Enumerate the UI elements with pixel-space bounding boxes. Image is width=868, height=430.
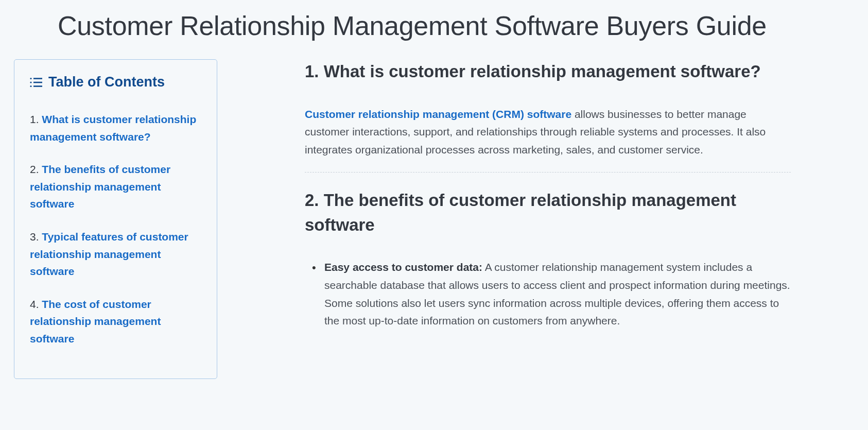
toc-item-number: 4. <box>30 298 39 310</box>
crm-software-link[interactable]: Customer relationship management (CRM) s… <box>305 108 571 120</box>
toc-item-number: 1. <box>30 113 39 125</box>
toc-item-number: 2. <box>30 163 39 175</box>
toc-title: Table of Contents <box>48 74 165 90</box>
toc-item-3: 3. Typical features of customer relation… <box>30 228 201 280</box>
section-2: 2. The benefits of customer relationship… <box>305 188 791 330</box>
toc-header: Table of Contents <box>30 74 201 90</box>
section-divider <box>305 172 791 173</box>
svg-rect-5 <box>33 85 42 87</box>
main-content: 1. What is customer relationship managem… <box>217 59 827 379</box>
list-icon <box>30 77 42 88</box>
benefit-1-label: Easy access to customer data: <box>324 261 482 273</box>
content-wrapper: Table of Contents 1. What is customer re… <box>0 59 868 379</box>
toc-list: 1. What is customer relationship managem… <box>30 111 201 348</box>
svg-rect-1 <box>33 78 42 79</box>
page-title: Customer Relationship Management Softwar… <box>0 0 868 59</box>
section-1-text: Customer relationship management (CRM) s… <box>305 106 791 159</box>
section-1-heading: 1. What is customer relationship managem… <box>305 59 791 84</box>
svg-point-0 <box>30 77 31 79</box>
toc-link-2[interactable]: The benefits of customer relationship ma… <box>30 163 170 210</box>
benefits-list: Easy access to customer data: A customer… <box>305 259 791 330</box>
toc-link-4[interactable]: The cost of customer relationship manage… <box>30 298 161 345</box>
toc-item-2: 2. The benefits of customer relationship… <box>30 161 201 213</box>
toc-link-1[interactable]: What is customer relationship management… <box>30 113 196 143</box>
svg-rect-3 <box>33 81 42 83</box>
toc-sidebar: Table of Contents 1. What is customer re… <box>14 59 217 379</box>
svg-point-2 <box>30 81 31 83</box>
svg-point-4 <box>30 85 31 87</box>
toc-link-3[interactable]: Typical features of customer relationshi… <box>30 231 188 277</box>
toc-item-1: 1. What is customer relationship managem… <box>30 111 201 145</box>
section-2-heading: 2. The benefits of customer relationship… <box>305 188 791 237</box>
toc-item-4: 4. The cost of customer relationship man… <box>30 296 201 348</box>
benefit-item-1: Easy access to customer data: A customer… <box>324 259 791 330</box>
section-1: 1. What is customer relationship managem… <box>305 59 791 159</box>
toc-item-number: 3. <box>30 231 39 243</box>
